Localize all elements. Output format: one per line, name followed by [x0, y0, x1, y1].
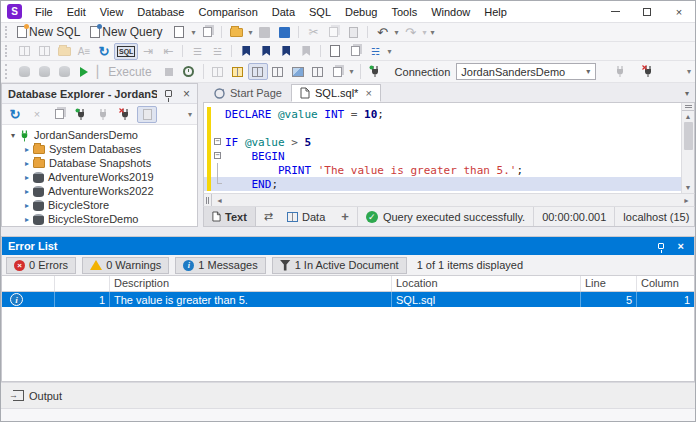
database-sync-button[interactable]: [14, 63, 34, 80]
fold-collapse-icon[interactable]: −: [214, 152, 221, 159]
connection-combobox[interactable]: JordanSandersDemo ▾: [456, 63, 596, 80]
connect-button[interactable]: [610, 63, 630, 80]
query-profiler-button[interactable]: [208, 63, 228, 80]
add-table-button[interactable]: [228, 63, 248, 80]
code-editor[interactable]: DECLARE @value INT = 10;−IF @value > 5− …: [203, 102, 695, 193]
column-header-location[interactable]: Location: [392, 276, 581, 291]
toggle-bookmark-button[interactable]: [236, 43, 256, 60]
new-connection-button[interactable]: [365, 63, 385, 80]
code-line-5[interactable]: PRINT 'The value is greater than 5.';: [204, 163, 681, 177]
toolbar-grip[interactable]: [5, 64, 10, 79]
navigate-backward-button[interactable]: [14, 43, 34, 60]
menu-item-tools[interactable]: Tools: [384, 3, 424, 21]
code-line-3[interactable]: −IF @value > 5: [204, 135, 681, 149]
filter-button-warning[interactable]: 0 Warnings: [82, 257, 169, 274]
expand-icon[interactable]: ▸: [22, 145, 32, 154]
minimize-button[interactable]: [599, 1, 631, 22]
menu-item-view[interactable]: View: [93, 3, 131, 21]
editor-toolbar-overflow-icon[interactable]: ▾: [385, 47, 393, 56]
tabstrip-dropdown-icon[interactable]: ▾: [685, 89, 695, 102]
paste-button[interactable]: [343, 24, 363, 41]
new-snippet-button[interactable]: [325, 43, 345, 60]
redo-button[interactable]: ↷: [400, 24, 420, 41]
menu-item-window[interactable]: Window: [424, 3, 477, 21]
filter-button-info[interactable]: i1 Messages: [175, 257, 265, 274]
disconnect-button[interactable]: [115, 106, 135, 123]
expand-icon[interactable]: ▸: [22, 159, 32, 168]
close-panel-icon[interactable]: ×: [674, 240, 688, 252]
pin-panel-icon[interactable]: [658, 243, 664, 249]
execute-button[interactable]: ▏ Execute: [94, 63, 159, 80]
window-layout-button[interactable]: [328, 63, 348, 80]
fold-margin[interactable]: −: [211, 135, 225, 149]
toolbar-grip[interactable]: [5, 45, 10, 58]
undo-button[interactable]: ↶: [372, 24, 392, 41]
script-changes-button[interactable]: [137, 106, 157, 123]
scroll-right-icon[interactable]: ►: [679, 197, 694, 204]
code-line-1[interactable]: DECLARE @value INT = 10;: [204, 107, 681, 121]
menu-item-file[interactable]: File: [28, 3, 60, 21]
tree-item-bicyclestoredemo[interactable]: ▸BicycleStoreDemo: [2, 212, 197, 226]
column-header-column[interactable]: Column: [637, 276, 694, 291]
open-containing-folder-button[interactable]: [54, 43, 74, 60]
layout-panels-button[interactable]: [268, 63, 288, 80]
clear-bookmarks-button[interactable]: [296, 43, 316, 60]
column-header-severity[interactable]: [2, 276, 55, 291]
pin-results-button[interactable]: [308, 63, 328, 80]
fold-collapse-icon[interactable]: −: [214, 138, 221, 145]
expand-icon[interactable]: ▸: [22, 187, 32, 196]
scroll-up-icon[interactable]: ▲: [685, 111, 692, 122]
tab-output[interactable]: Output: [9, 388, 70, 404]
add-result-tab-button[interactable]: +: [333, 207, 357, 226]
expand-icon[interactable]: ▸: [22, 173, 32, 182]
new-sql-button[interactable]: New SQL: [14, 24, 87, 41]
menu-item-sql[interactable]: SQL: [302, 3, 338, 21]
redo-dropdown-icon[interactable]: ▾: [420, 28, 428, 37]
explorer-toolbar-overflow-icon[interactable]: ▾: [186, 110, 194, 119]
maximize-button[interactable]: [631, 1, 663, 22]
code-outline-button[interactable]: [345, 43, 365, 60]
new-query-button[interactable]: New Query: [87, 24, 169, 41]
column-header-line[interactable]: Line: [581, 276, 637, 291]
save-button[interactable]: [254, 24, 274, 41]
tab-start-page[interactable]: Start Page: [205, 84, 291, 102]
navigate-forward-button[interactable]: [34, 43, 54, 60]
editor-horizontal-scrollbar[interactable]: ◄ ►: [203, 193, 695, 206]
layout-dropdown-icon[interactable]: ▾: [348, 67, 356, 76]
menu-item-comparison[interactable]: Comparison: [191, 3, 264, 21]
menu-item-data[interactable]: Data: [265, 3, 302, 21]
code-line-2[interactable]: [204, 121, 681, 135]
decrease-indent-button[interactable]: ⇤: [158, 43, 178, 60]
toolbar-grip[interactable]: [5, 26, 10, 39]
error-list-titlebar[interactable]: Error List ×: [2, 237, 694, 255]
save-all-button[interactable]: [274, 24, 294, 41]
tree-item-adventureworks2022[interactable]: ▸AdventureWorks2022: [2, 184, 197, 198]
open-file-dropdown-icon[interactable]: ▾: [246, 28, 254, 37]
new-window-button[interactable]: [197, 24, 217, 41]
uncomment-button[interactable]: ☱: [207, 43, 227, 60]
menu-item-database[interactable]: Database: [130, 3, 191, 21]
new-document-dropdown-icon[interactable]: ▾: [189, 28, 197, 37]
filter-button-filter[interactable]: 1 In Active Document: [272, 257, 407, 274]
tree-item-database-snapshots[interactable]: ▸Database Snapshots: [2, 156, 197, 170]
scroll-down-icon[interactable]: ▼: [685, 182, 692, 193]
editor-vertical-scrollbar[interactable]: ▲ ▼: [681, 103, 694, 193]
text-case-button[interactable]: A≡: [74, 43, 94, 60]
new-connection-button[interactable]: [71, 106, 91, 123]
format-sql-button[interactable]: SQL: [114, 43, 138, 60]
database-deploy-button[interactable]: [54, 63, 74, 80]
delete-button[interactable]: ×: [27, 106, 47, 123]
scroll-left-icon[interactable]: ◄: [212, 197, 227, 204]
database-compare-button[interactable]: [34, 63, 54, 80]
duplicate-object-button[interactable]: [49, 106, 69, 123]
close-panel-icon[interactable]: ×: [180, 87, 193, 101]
refresh-explorer-button[interactable]: ↻: [5, 106, 25, 123]
expand-icon[interactable]: ▸: [22, 201, 32, 210]
new-document-button[interactable]: [169, 24, 189, 41]
comment-button[interactable]: ☰: [187, 43, 207, 60]
tree-item-jordansandersdemo[interactable]: ▾JordanSandersDemo: [2, 128, 197, 142]
error-list-row[interactable]: i1The value is greater than 5.SQL.sql51: [2, 292, 694, 307]
open-file-button[interactable]: [226, 24, 246, 41]
tab-data-results[interactable]: Data: [279, 207, 333, 226]
toolbar-overflow-icon[interactable]: ▾: [428, 28, 436, 37]
